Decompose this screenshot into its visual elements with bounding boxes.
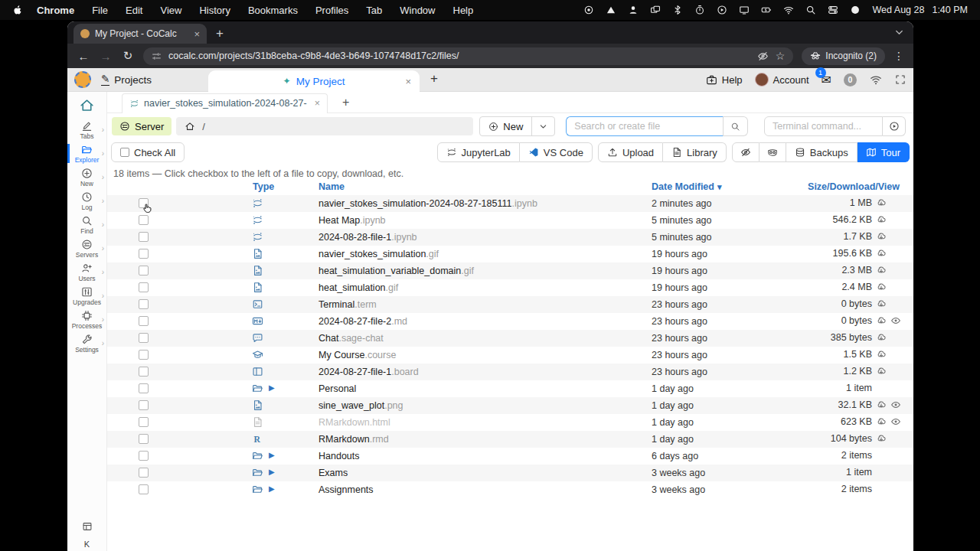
column-size[interactable]: Size/Download/View: [808, 181, 900, 192]
Exams[interactable]: ▶ Exams 3 weeks ago 1 item: [107, 465, 913, 481]
play-circle-icon[interactable]: [717, 5, 727, 15]
file-link[interactable]: Heat Map.ipynb: [318, 215, 386, 226]
row-checkbox[interactable]: [139, 451, 149, 461]
browser-tab[interactable]: My Project - CoCalc ×: [74, 24, 207, 44]
new-dropdown-button[interactable]: [531, 117, 554, 135]
navier_stokes_simulation-2024-08-27-185111[interactable]: ▶ navier_stokes_simulation-2024-08-27-18…: [107, 195, 913, 212]
spotlight-icon[interactable]: [805, 5, 816, 15]
heat_simulation_variable_domain[interactable]: ▶ heat_simulation_variable_domain.gif 19…: [107, 262, 913, 279]
menu-item[interactable]: History: [199, 5, 230, 16]
row-checkbox[interactable]: [139, 468, 149, 478]
menu-item[interactable]: Help: [453, 5, 474, 16]
tour-button[interactable]: Tour: [858, 142, 910, 162]
menu-item[interactable]: File: [92, 5, 108, 16]
cloud-download-icon[interactable]: [876, 282, 887, 292]
file-link[interactable]: navier_stokes_simulation.gif: [318, 249, 439, 259]
help-button[interactable]: Help: [706, 74, 743, 86]
file-link[interactable]: Exams: [318, 468, 348, 478]
project-tab-close-icon[interactable]: ×: [405, 76, 411, 87]
file-link[interactable]: 2024-08-28-file-1.ipynb: [318, 232, 417, 243]
check-all-button[interactable]: Check All: [111, 142, 185, 162]
apple-menu-icon[interactable]: [12, 4, 23, 16]
cloud-download-icon[interactable]: [876, 416, 887, 427]
cloud-download-icon[interactable]: [876, 399, 887, 410]
row-checkbox[interactable]: [139, 215, 149, 225]
terminal-command-input[interactable]: [764, 116, 883, 136]
cloud-download-icon[interactable]: [876, 214, 887, 225]
jupyterlab-button[interactable]: JupyterLab: [437, 142, 520, 162]
menu-item[interactable]: Tab: [366, 5, 382, 16]
notifications-button[interactable]: ✉ 1: [822, 73, 831, 87]
cloud-download-icon[interactable]: [876, 231, 887, 242]
screen-record-icon[interactable]: [606, 5, 616, 15]
vscode-button[interactable]: VS Code: [520, 142, 593, 162]
menu-item[interactable]: View: [160, 5, 181, 16]
file-link[interactable]: Personal: [318, 383, 356, 394]
Terminal[interactable]: ▶ Terminal.term 23 hours ago 0 bytes: [107, 296, 913, 313]
sidebar-item-processes[interactable]: Processes ›: [67, 308, 106, 331]
RMarkdown.html[interactable]: ▶ RMarkdown.html 1 day ago 623 KB: [107, 414, 913, 431]
preview-eye-icon[interactable]: [757, 51, 769, 62]
timer-icon[interactable]: [694, 5, 705, 15]
user-icon[interactable]: [628, 5, 639, 15]
expand-arrow-icon[interactable]: ▶: [269, 484, 275, 493]
sidebar-item-explorer[interactable]: Explorer ›: [67, 142, 106, 165]
forward-button[interactable]: →: [99, 50, 113, 63]
address-bar[interactable]: cocalc.com/projects/31b8ceba-c9b8-4de3-b…: [143, 47, 793, 65]
upload-button[interactable]: Upload: [598, 142, 663, 162]
My Course[interactable]: ▶ My Course.course 23 hours ago 1.5 KB: [107, 347, 913, 364]
sidebar-item-tabs[interactable]: Tabs ›: [67, 118, 106, 142]
displays-icon[interactable]: [650, 5, 661, 15]
cloud-download-icon[interactable]: [876, 197, 887, 208]
sidebar-item-users[interactable]: Users ›: [67, 260, 106, 284]
eye-icon[interactable]: [890, 315, 901, 326]
new-tab-button[interactable]: +: [216, 24, 224, 44]
connection-indicator[interactable]: 0: [844, 73, 857, 86]
column-type[interactable]: Type: [253, 181, 274, 192]
home-button[interactable]: [67, 94, 106, 116]
display-icon[interactable]: [739, 5, 750, 15]
file-tab-close-icon[interactable]: ×: [315, 98, 320, 109]
row-checkbox[interactable]: [139, 434, 149, 444]
expand-arrow-icon[interactable]: ▶: [269, 451, 275, 459]
row-checkbox[interactable]: [139, 367, 149, 377]
search-input[interactable]: [566, 116, 724, 136]
file-link[interactable]: Assignments: [318, 484, 374, 495]
row-checkbox[interactable]: [139, 350, 149, 360]
record-icon[interactable]: [583, 5, 594, 15]
cloud-download-icon[interactable]: [876, 332, 887, 343]
row-checkbox[interactable]: [139, 417, 149, 427]
browser-menu-icon[interactable]: ⋮: [893, 50, 904, 62]
sidebar-item-log[interactable]: Log ›: [67, 189, 106, 213]
library-button[interactable]: Library: [663, 142, 727, 162]
cocalc-logo[interactable]: [74, 71, 91, 88]
terminal-run-button[interactable]: [883, 116, 906, 136]
bluetooth-icon[interactable]: [672, 5, 683, 15]
row-checkbox[interactable]: [139, 316, 149, 326]
file-link[interactable]: RMarkdown.html: [318, 417, 390, 428]
expand-arrow-icon[interactable]: ▶: [269, 468, 275, 476]
row-checkbox[interactable]: [139, 266, 149, 276]
back-button[interactable]: ←: [77, 50, 90, 63]
account-button[interactable]: Account: [755, 73, 809, 86]
row-checkbox[interactable]: [139, 333, 149, 343]
battery-icon[interactable]: [761, 5, 772, 15]
row-checkbox[interactable]: [139, 232, 149, 242]
sidebar-item-new[interactable]: New ›: [67, 165, 106, 189]
cloud-download-icon[interactable]: [876, 349, 887, 360]
new-button[interactable]: New: [479, 116, 555, 136]
file-link[interactable]: navier_stokes_simulation-2024-08-27-1851…: [318, 198, 537, 209]
file-link[interactable]: sine_wave_plot.png: [318, 400, 403, 411]
menu-item[interactable]: Edit: [126, 5, 142, 16]
project-tab[interactable]: ✦ My Project ×: [208, 70, 420, 92]
sine_wave_plot[interactable]: ▶ sine_wave_plot.png 1 day ago 32.1 KB: [107, 397, 913, 414]
wifi-icon[interactable]: [869, 73, 883, 86]
Heat Map[interactable]: ▶ Heat Map.ipynb 5 minutes ago 546.2 KB: [107, 212, 913, 229]
Personal[interactable]: ▶ Personal 1 day ago 1 item: [107, 380, 913, 397]
layout-toggle-button[interactable]: [82, 521, 93, 532]
projects-button[interactable]: ✎ Projects: [101, 74, 152, 86]
cloud-download-icon[interactable]: [876, 366, 887, 377]
column-date-modified[interactable]: Date Modified ▾: [652, 181, 721, 192]
cloud-download-icon[interactable]: [876, 248, 887, 259]
Handouts[interactable]: ▶ Handouts 6 days ago 2 items: [107, 448, 913, 465]
